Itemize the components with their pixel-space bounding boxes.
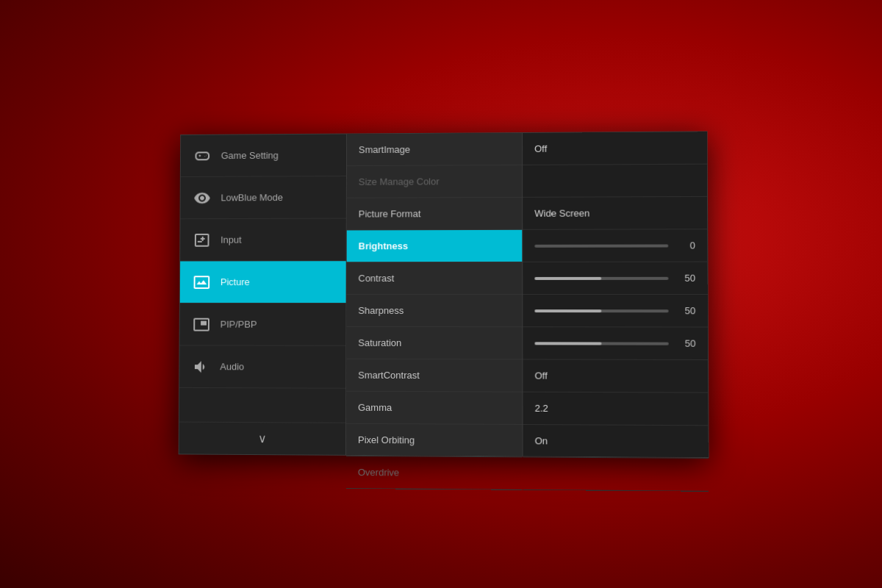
picture-icon bbox=[192, 272, 212, 293]
settings-item-brightness[interactable]: Brightness bbox=[347, 230, 523, 262]
sidebar-item-game-setting-label: Game Setting bbox=[221, 150, 279, 161]
sidebar-item-picture[interactable]: Picture bbox=[180, 261, 346, 304]
value-picture-format: Wide Screen bbox=[523, 197, 707, 230]
slider-saturation-track bbox=[534, 342, 668, 345]
slider-contrast-fill bbox=[534, 276, 601, 279]
settings-item-gamma[interactable]: Gamma bbox=[346, 392, 522, 425]
gamepad-icon bbox=[193, 146, 213, 166]
value-gamma: 2.2 bbox=[523, 392, 708, 426]
slider-contrast-value: 50 bbox=[675, 273, 696, 284]
audio-icon bbox=[191, 356, 212, 377]
nav-spacer bbox=[179, 388, 345, 423]
settings-item-overdrive[interactable]: Overdrive bbox=[346, 456, 523, 490]
value-pixel-orbiting: On bbox=[523, 425, 708, 459]
slider-contrast-track bbox=[534, 276, 668, 279]
settings-item-size-manage-color[interactable]: Size Manage Color bbox=[347, 165, 522, 198]
settings-item-smart-contrast[interactable]: SmartContrast bbox=[346, 359, 522, 392]
value-smart-contrast-text: Off bbox=[535, 370, 548, 381]
slider-sharpness[interactable]: 50 bbox=[523, 295, 707, 327]
value-smart-contrast: Off bbox=[523, 359, 708, 392]
settings-item-smart-contrast-label: SmartContrast bbox=[358, 370, 420, 381]
value-smart-image-text: Off bbox=[534, 143, 547, 154]
settings-item-overdrive-label: Overdrive bbox=[358, 467, 399, 478]
slider-brightness[interactable]: 0 bbox=[523, 229, 707, 262]
sidebar-item-input-label: Input bbox=[220, 234, 241, 245]
settings-item-size-manage-label: Size Manage Color bbox=[359, 176, 440, 187]
settings-item-sharpness-label: Sharpness bbox=[358, 305, 404, 316]
settings-item-saturation-label: Saturation bbox=[358, 337, 401, 348]
sidebar-item-lowblue-mode[interactable]: LowBlue Mode bbox=[181, 176, 346, 219]
settings-item-contrast[interactable]: Contrast bbox=[347, 262, 523, 295]
slider-sharpness-value: 50 bbox=[675, 305, 696, 316]
sidebar-item-pip-label: PIP/PBP bbox=[220, 319, 257, 330]
slider-sharpness-track bbox=[534, 309, 668, 312]
sidebar-item-audio-label: Audio bbox=[220, 361, 244, 372]
slider-brightness-value: 0 bbox=[674, 240, 695, 251]
value-gamma-text: 2.2 bbox=[535, 403, 548, 414]
settings-item-gamma-label: Gamma bbox=[358, 402, 392, 413]
slider-saturation-value: 50 bbox=[675, 338, 696, 349]
sidebar-item-audio[interactable]: Audio bbox=[179, 345, 345, 388]
slider-sharpness-fill bbox=[534, 309, 601, 312]
settings-item-sharpness[interactable]: Sharpness bbox=[346, 295, 522, 327]
slider-brightness-track bbox=[534, 244, 668, 247]
value-smart-image: Off bbox=[523, 132, 707, 165]
sidebar-item-input[interactable]: Input bbox=[180, 219, 346, 262]
pip-icon bbox=[191, 314, 212, 334]
sidebar-item-lowblue-label: LowBlue Mode bbox=[220, 192, 283, 203]
sidebar-item-pip-pbp[interactable]: PIP/PBP bbox=[180, 304, 346, 346]
settings-item-pixel-orbiting[interactable]: Pixel Orbiting bbox=[346, 424, 522, 458]
settings-item-saturation[interactable]: Saturation bbox=[346, 327, 522, 360]
nav-scroll-down[interactable]: ∨ bbox=[179, 422, 345, 455]
osd-menu: Game Setting LowBlue Mode Input bbox=[179, 131, 709, 458]
sidebar-item-picture-label: Picture bbox=[220, 276, 250, 287]
settings-item-brightness-label: Brightness bbox=[359, 240, 409, 251]
slider-saturation[interactable]: 50 bbox=[523, 327, 708, 360]
values-panel: Off Wide Screen 0 50 bbox=[523, 132, 709, 457]
eye-icon bbox=[192, 187, 212, 208]
settings-panel: SmartImage Size Manage Color Picture For… bbox=[346, 133, 523, 456]
settings-item-smart-image[interactable]: SmartImage bbox=[347, 133, 522, 166]
value-picture-format-text: Wide Screen bbox=[534, 208, 589, 219]
settings-item-smart-image-label: SmartImage bbox=[359, 144, 410, 155]
slider-contrast[interactable]: 50 bbox=[523, 262, 707, 295]
settings-item-picture-format-label: Picture Format bbox=[359, 208, 421, 219]
settings-item-picture-format[interactable]: Picture Format bbox=[347, 198, 522, 231]
value-size-manage bbox=[523, 165, 707, 198]
settings-item-pixel-orbiting-label: Pixel Orbiting bbox=[358, 434, 415, 445]
value-pixel-orbiting-text: On bbox=[535, 435, 548, 446]
input-icon bbox=[192, 229, 212, 250]
settings-item-contrast-label: Contrast bbox=[358, 273, 394, 284]
chevron-down-icon: ∨ bbox=[258, 431, 267, 445]
value-overdrive bbox=[523, 457, 709, 491]
nav-panel: Game Setting LowBlue Mode Input bbox=[179, 135, 347, 455]
slider-saturation-fill bbox=[534, 342, 601, 345]
sidebar-item-game-setting[interactable]: Game Setting bbox=[181, 135, 346, 178]
